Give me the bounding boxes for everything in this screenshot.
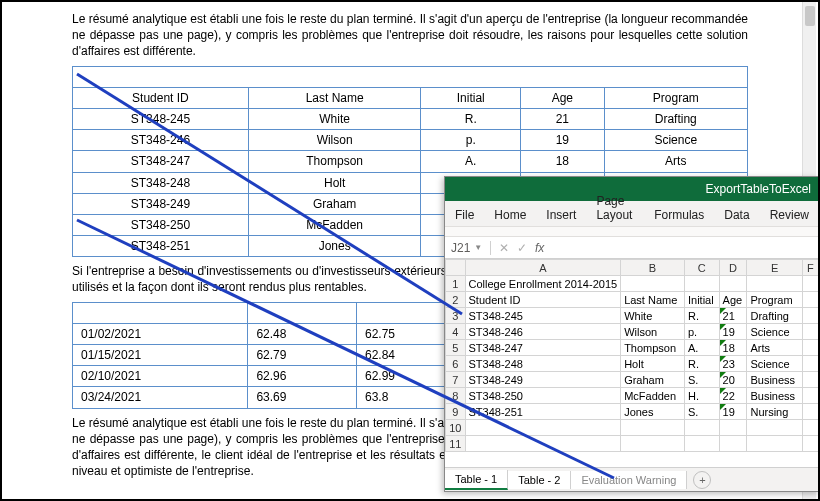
cell[interactable]: R. <box>684 308 719 324</box>
cell[interactable]: McFadden <box>621 388 685 404</box>
cell[interactable]: S. <box>684 404 719 420</box>
cell[interactable]: Holt <box>621 356 685 372</box>
cell[interactable] <box>684 276 719 292</box>
cell[interactable]: ST348-246 <box>465 324 621 340</box>
column-header[interactable]: C <box>684 260 719 276</box>
column-header[interactable] <box>446 260 466 276</box>
cell[interactable]: 20 <box>719 372 747 388</box>
sheet-tab[interactable]: Evaluation Warning <box>571 471 687 489</box>
cell[interactable]: 21 <box>719 308 747 324</box>
cell[interactable]: ST348-248 <box>465 356 621 372</box>
chevron-down-icon[interactable]: ▼ <box>474 243 482 252</box>
column-header[interactable]: D <box>719 260 747 276</box>
row-header[interactable]: 6 <box>446 356 466 372</box>
cell[interactable]: S. <box>684 372 719 388</box>
cell[interactable]: Initial <box>684 292 719 308</box>
cell[interactable]: 19 <box>719 324 747 340</box>
cell[interactable] <box>802 340 818 356</box>
scroll-thumb[interactable] <box>805 6 815 26</box>
cell[interactable]: R. <box>684 356 719 372</box>
cell[interactable]: White <box>621 308 685 324</box>
cell[interactable] <box>465 436 621 452</box>
cell[interactable] <box>684 436 719 452</box>
row-header[interactable]: 7 <box>446 372 466 388</box>
cell[interactable] <box>684 420 719 436</box>
cell[interactable]: Business <box>747 388 802 404</box>
ribbon-tab[interactable]: Home <box>492 204 528 226</box>
cell[interactable] <box>802 324 818 340</box>
cell[interactable] <box>802 276 818 292</box>
cell[interactable]: College Enrollment 2014-2015 <box>465 276 621 292</box>
add-sheet-button[interactable]: + <box>693 471 711 489</box>
cell[interactable]: 19 <box>719 404 747 420</box>
cell[interactable] <box>621 436 685 452</box>
cell[interactable] <box>802 356 818 372</box>
ribbon-tab[interactable]: Formulas <box>652 204 706 226</box>
cell[interactable]: Science <box>747 356 802 372</box>
fx-icon[interactable]: fx <box>535 241 544 255</box>
cell[interactable] <box>719 436 747 452</box>
ribbon-tab[interactable]: Data <box>722 204 751 226</box>
cell[interactable] <box>719 420 747 436</box>
cell[interactable] <box>802 404 818 420</box>
cell[interactable] <box>802 388 818 404</box>
row-header[interactable]: 8 <box>446 388 466 404</box>
sheet-tab[interactable]: Table - 2 <box>508 471 571 489</box>
cell[interactable] <box>621 420 685 436</box>
cell[interactable]: Wilson <box>621 324 685 340</box>
cell[interactable] <box>802 436 818 452</box>
row-header[interactable]: 2 <box>446 292 466 308</box>
cell[interactable]: Jones <box>621 404 685 420</box>
cell[interactable]: Arts <box>747 340 802 356</box>
cell[interactable]: 18 <box>719 340 747 356</box>
cell[interactable]: 22 <box>719 388 747 404</box>
cell[interactable]: Graham <box>621 372 685 388</box>
cell[interactable]: ST348-245 <box>465 308 621 324</box>
cell[interactable]: 23 <box>719 356 747 372</box>
cell[interactable] <box>747 276 802 292</box>
ribbon-tab[interactable]: Page Layout <box>594 190 636 226</box>
cell[interactable] <box>802 292 818 308</box>
cell[interactable]: p. <box>684 324 719 340</box>
cell[interactable] <box>802 420 818 436</box>
cell[interactable]: A. <box>684 340 719 356</box>
column-header[interactable]: B <box>621 260 685 276</box>
cell[interactable] <box>747 436 802 452</box>
spreadsheet-grid[interactable]: ABCDEF 1College Enrollment 2014-20152Stu… <box>445 259 819 467</box>
row-header[interactable]: 1 <box>446 276 466 292</box>
cell[interactable] <box>802 372 818 388</box>
name-box[interactable]: J21▼ <box>445 241 491 255</box>
cancel-icon[interactable]: ✕ <box>499 241 509 255</box>
row-header[interactable]: 11 <box>446 436 466 452</box>
column-header[interactable]: F <box>802 260 818 276</box>
cell[interactable]: Drafting <box>747 308 802 324</box>
cell[interactable] <box>621 276 685 292</box>
row-header[interactable]: 10 <box>446 420 466 436</box>
row-header[interactable]: 5 <box>446 340 466 356</box>
ribbon-tab[interactable]: Review <box>768 204 811 226</box>
row-header[interactable]: 9 <box>446 404 466 420</box>
cell[interactable]: Science <box>747 324 802 340</box>
column-header[interactable]: E <box>747 260 802 276</box>
row-header[interactable]: 3 <box>446 308 466 324</box>
cell[interactable]: Nursing <box>747 404 802 420</box>
column-header[interactable]: A <box>465 260 621 276</box>
cell[interactable]: H. <box>684 388 719 404</box>
ribbon-tab[interactable]: Insert <box>544 204 578 226</box>
cell[interactable]: Business <box>747 372 802 388</box>
cell[interactable] <box>465 420 621 436</box>
cell[interactable]: Thompson <box>621 340 685 356</box>
cell[interactable]: ST348-250 <box>465 388 621 404</box>
cell[interactable]: ST348-247 <box>465 340 621 356</box>
sheet-tab-active[interactable]: Table - 1 <box>445 470 508 490</box>
cell[interactable]: ST348-249 <box>465 372 621 388</box>
cell[interactable] <box>747 420 802 436</box>
cell[interactable] <box>719 276 747 292</box>
check-icon[interactable]: ✓ <box>517 241 527 255</box>
ribbon-tab[interactable]: File <box>453 204 476 226</box>
cell[interactable]: Student ID <box>465 292 621 308</box>
cell[interactable]: Last Name <box>621 292 685 308</box>
cell[interactable]: Program <box>747 292 802 308</box>
row-header[interactable]: 4 <box>446 324 466 340</box>
cell[interactable]: Age <box>719 292 747 308</box>
